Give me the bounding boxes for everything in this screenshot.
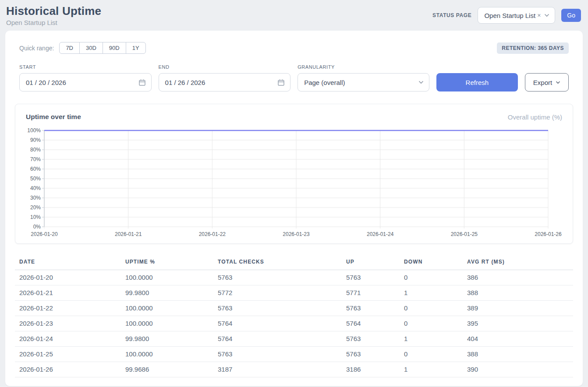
page-title: Historical Uptime xyxy=(6,4,101,18)
table-cell: 5763 xyxy=(213,301,342,316)
quick-range-90d[interactable]: 90D xyxy=(103,42,126,53)
svg-text:90%: 90% xyxy=(30,137,41,143)
granularity-field: GRANULARITY Page (overall) xyxy=(298,64,429,91)
table-cell: 389 xyxy=(463,301,573,316)
chart-header: Uptime over time Overall uptime (%) xyxy=(26,113,562,121)
svg-text:50%: 50% xyxy=(30,176,41,182)
table-row: 2026-01-22100.0000576357630389 xyxy=(15,301,573,316)
svg-text:100%: 100% xyxy=(27,127,41,134)
calendar-icon[interactable] xyxy=(277,79,285,86)
table-cell: 100.0000 xyxy=(121,270,213,285)
app-header: Historical Uptime Open Startup List STAT… xyxy=(0,0,588,31)
refresh-button[interactable]: Refresh xyxy=(436,73,518,91)
svg-text:10%: 10% xyxy=(30,214,41,220)
column-header: DATE xyxy=(15,255,121,270)
retention-badge: RETENTION: 365 DAYS xyxy=(497,42,569,54)
table-cell: 3186 xyxy=(342,362,400,377)
quick-range-7d[interactable]: 7D xyxy=(60,42,79,53)
table-cell: 5764 xyxy=(213,331,342,347)
end-label: END xyxy=(159,64,291,70)
chart-title: Uptime over time xyxy=(26,113,81,121)
svg-text:2026-01-23: 2026-01-23 xyxy=(283,231,310,237)
status-page-label: STATUS PAGE xyxy=(432,12,471,18)
svg-text:80%: 80% xyxy=(30,147,41,153)
svg-text:60%: 60% xyxy=(30,166,41,172)
table-cell: 1 xyxy=(400,362,463,377)
chevron-down-icon xyxy=(418,81,424,84)
table-cell: 5763 xyxy=(213,347,342,362)
table-cell: 388 xyxy=(463,347,573,362)
status-page-select[interactable]: Open Startup List × xyxy=(478,7,555,24)
table-cell: 5764 xyxy=(342,316,400,331)
table-row: 2026-01-25100.0000576357630388 xyxy=(15,347,573,362)
table-cell: 404 xyxy=(463,331,573,347)
svg-text:2026-01-25: 2026-01-25 xyxy=(451,231,478,237)
table-row: 2026-01-23100.0000576457640395 xyxy=(15,316,573,331)
end-date-input[interactable]: 01 / 26 / 2026 xyxy=(159,73,291,91)
table-cell: 5763 xyxy=(342,270,400,285)
table-cell: 3187 xyxy=(213,362,342,377)
export-button[interactable]: Export xyxy=(525,73,569,91)
table-body: 2026-01-20100.00005763576303862026-01-21… xyxy=(15,270,573,377)
page-subtitle: Open Startup List xyxy=(6,19,101,26)
page-heading: Historical Uptime Open Startup List xyxy=(6,4,101,26)
svg-text:2026-01-21: 2026-01-21 xyxy=(115,231,142,237)
table-cell: 2026-01-26 xyxy=(15,362,121,377)
table-cell: 99.9686 xyxy=(121,362,213,377)
table-cell: 99.9800 xyxy=(121,331,213,347)
uptime-table: DATEUPTIME %TOTAL CHECKSUPDOWNAVG RT (MS… xyxy=(15,255,573,377)
quick-range-row: Quick range: 7D 30D 90D 1Y RETENTION: 36… xyxy=(19,42,569,54)
quick-range-group: Quick range: 7D 30D 90D 1Y xyxy=(19,42,146,54)
table-cell: 1 xyxy=(400,331,463,347)
table-row: 2026-01-20100.0000576357630386 xyxy=(15,270,573,285)
table-cell: 99.9800 xyxy=(121,285,213,301)
clear-selection-icon[interactable]: × xyxy=(537,12,541,19)
column-header: AVG RT (MS) xyxy=(463,255,573,270)
table-cell: 0 xyxy=(400,301,463,316)
calendar-icon[interactable] xyxy=(138,79,146,86)
status-page-value: Open Startup List xyxy=(484,12,535,19)
table-cell: 5763 xyxy=(342,301,400,316)
svg-text:70%: 70% xyxy=(30,156,41,162)
svg-text:2026-01-24: 2026-01-24 xyxy=(367,231,394,237)
export-label: Export xyxy=(533,79,552,86)
table-cell: 2026-01-20 xyxy=(15,270,121,285)
table-cell: 388 xyxy=(463,285,573,301)
granularity-label: GRANULARITY xyxy=(298,64,429,70)
table-cell: 390 xyxy=(463,362,573,377)
quick-range-30d[interactable]: 30D xyxy=(79,42,103,53)
table-cell: 2026-01-21 xyxy=(15,285,121,301)
uptime-line-chart: 0%10%20%30%40%50%60%70%80%90%100%2026-01… xyxy=(26,127,562,238)
table-cell: 0 xyxy=(400,270,463,285)
svg-text:20%: 20% xyxy=(30,204,41,211)
table-cell: 1 xyxy=(400,285,463,301)
table-cell: 100.0000 xyxy=(121,301,213,316)
table-cell: 5772 xyxy=(213,285,342,301)
table-cell: 5763 xyxy=(213,270,342,285)
table-row: 2026-01-2499.9800576457631404 xyxy=(15,331,573,347)
table-row: 2026-01-2699.9686318731861390 xyxy=(15,362,573,377)
chevron-down-icon xyxy=(544,14,549,17)
table-cell: 395 xyxy=(463,316,573,331)
svg-text:2026-01-20: 2026-01-20 xyxy=(31,231,58,237)
svg-text:0%: 0% xyxy=(33,224,41,230)
start-date-input[interactable]: 01 / 20 / 2026 xyxy=(19,73,152,91)
granularity-select[interactable]: Page (overall) xyxy=(298,73,429,91)
quick-range-1y[interactable]: 1Y xyxy=(126,42,145,53)
header-controls: STATUS PAGE Open Startup List × Go xyxy=(432,7,581,24)
quick-range-label: Quick range: xyxy=(19,45,54,52)
table-cell: 2026-01-25 xyxy=(15,347,121,362)
chart-legend: Overall uptime (%) xyxy=(508,113,562,121)
svg-text:40%: 40% xyxy=(30,185,41,191)
start-date-field: START 01 / 20 / 2026 xyxy=(19,64,152,91)
svg-text:2026-01-26: 2026-01-26 xyxy=(535,231,562,237)
start-date-value: 01 / 20 / 2026 xyxy=(26,79,66,86)
go-button[interactable]: Go xyxy=(561,9,581,22)
column-header: UPTIME % xyxy=(121,255,213,270)
end-date-value: 01 / 26 / 2026 xyxy=(165,79,205,86)
column-header: UP xyxy=(342,255,400,270)
table-cell: 0 xyxy=(400,347,463,362)
uptime-chart-card: Uptime over time Overall uptime (%) 0%10… xyxy=(15,104,573,244)
chevron-down-icon xyxy=(556,81,560,84)
table-cell: 0 xyxy=(400,316,463,331)
